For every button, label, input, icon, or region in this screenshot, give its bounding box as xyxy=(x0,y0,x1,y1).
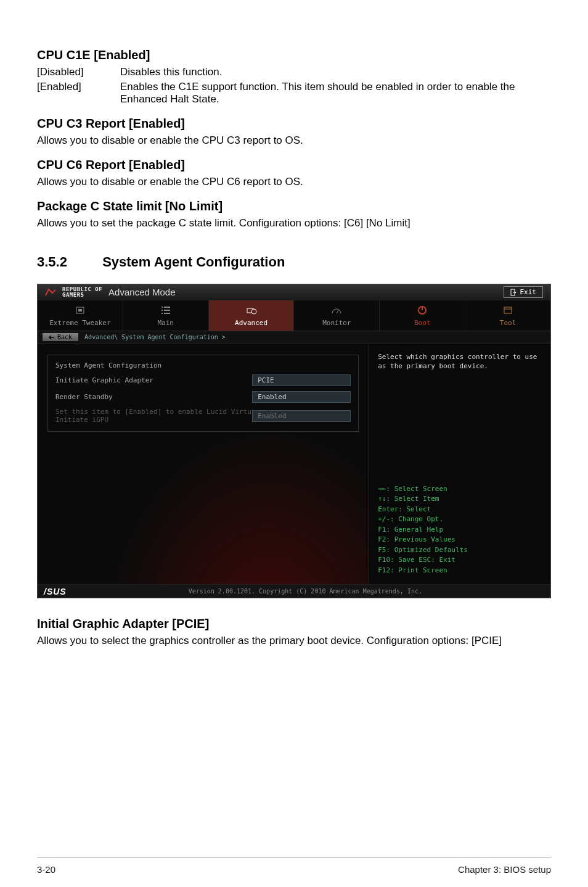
heading-cpu-c3: CPU C3 Report [Enabled] xyxy=(37,117,551,131)
footer-divider xyxy=(37,857,551,858)
row-initiate-igpu: Set this item to [Enabled] to enable Luc… xyxy=(55,408,351,424)
exit-button[interactable]: Exit xyxy=(504,286,544,298)
row-label: Initiate Graphic Adapter xyxy=(55,376,153,384)
heading-cpu-c6: CPU C6 Report [Enabled] xyxy=(37,158,551,172)
row-value[interactable]: Enabled xyxy=(252,391,351,403)
tab-main[interactable]: Main xyxy=(123,300,209,331)
heading-cpu-c1e: CPU C1E [Enabled] xyxy=(37,48,551,62)
row-label: Render Standby xyxy=(55,393,113,401)
help-text: Select which graphics controller to use … xyxy=(378,352,542,371)
svg-rect-8 xyxy=(504,307,512,313)
group-title: System Agent Configuration xyxy=(55,361,351,369)
desc-initial-graphic-adapter: Allows you to select the graphics contro… xyxy=(37,635,551,647)
power-icon xyxy=(380,305,465,316)
bios-titlebar: REPUBLIC OFGAMERS Advanced Mode Exit xyxy=(38,284,550,300)
row-render-standby[interactable]: Render Standby Enabled xyxy=(55,391,351,403)
exit-label: Exit xyxy=(520,288,537,296)
brand-text: REPUBLIC OFGAMERS xyxy=(62,287,102,298)
section-heading: 3.5.2 System Agent Configuration xyxy=(37,254,551,270)
tab-boot[interactable]: Boot xyxy=(380,300,465,331)
chapter-label: Chapter 3: BIOS setup xyxy=(458,864,551,875)
row-hint-label: Set this item to [Enabled] to enable Luc… xyxy=(55,408,251,424)
row-value[interactable]: PCIE xyxy=(252,374,351,386)
gear-icon xyxy=(209,305,294,316)
bios-tabs: Extreme Tweaker Main Advanced Monitor Bo… xyxy=(38,300,550,331)
mode-label: Advanced Mode xyxy=(108,287,175,297)
section-number: 3.5.2 xyxy=(37,254,99,270)
gauge-icon xyxy=(294,305,379,316)
section-title: System Agent Configuration xyxy=(102,254,285,270)
desc-cpu-c6: Allows you to disable or enable the CPU … xyxy=(37,176,551,188)
desc-cpu-c3: Allows you to disable or enable the CPU … xyxy=(37,134,551,147)
svg-point-4 xyxy=(251,309,256,314)
chip-icon xyxy=(38,305,123,316)
tool-icon xyxy=(465,305,550,316)
svg-rect-2 xyxy=(78,309,82,311)
copyright-text: Version 2.00.1201. Copyright (C) 2010 Am… xyxy=(189,588,422,595)
back-button[interactable]: Back xyxy=(43,333,78,341)
breadcrumb: Advanced\ System Agent Configuration > xyxy=(84,334,226,340)
exit-icon xyxy=(510,288,517,296)
desc-pkg-cstate: Allows you to set the package C state li… xyxy=(37,217,551,229)
page-number: 3-20 xyxy=(37,864,55,875)
row-initiate-graphic-adapter[interactable]: Initiate Graphic Adapter PCIE xyxy=(55,374,351,386)
option-key-disabled: [Disabled] xyxy=(37,66,120,78)
rog-logo-icon xyxy=(45,288,56,297)
tab-monitor[interactable]: Monitor xyxy=(294,300,380,331)
vendor-logo: /SUS xyxy=(44,587,67,596)
option-desc-enabled: Enables the C1E support function. This i… xyxy=(120,81,551,105)
option-desc-disabled: Disables this function. xyxy=(120,66,551,78)
heading-pkg-cstate: Package C State limit [No Limit] xyxy=(37,199,551,213)
bios-settings-panel: System Agent Configuration Initiate Grap… xyxy=(38,344,369,584)
bios-window: REPUBLIC OFGAMERS Advanced Mode Exit Ext… xyxy=(37,284,551,598)
row-value: Enabled xyxy=(252,410,351,422)
tab-tool[interactable]: Tool xyxy=(465,300,550,331)
back-arrow-icon xyxy=(49,334,55,340)
heading-initial-graphic-adapter: Initial Graphic Adapter [PCIE] xyxy=(37,617,551,631)
key-help: →←: Select Screen ↑↓: Select Item Enter:… xyxy=(378,484,542,576)
svg-line-5 xyxy=(337,310,339,313)
tab-extreme-tweaker[interactable]: Extreme Tweaker xyxy=(38,300,123,331)
option-key-enabled: [Enabled] xyxy=(37,81,120,105)
tab-advanced[interactable]: Advanced xyxy=(209,300,295,331)
list-icon xyxy=(123,305,208,316)
